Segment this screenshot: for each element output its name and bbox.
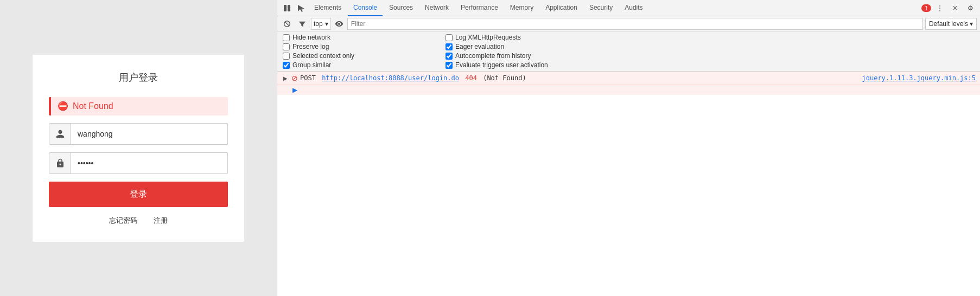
svg-marker-2 <box>298 5 304 12</box>
option-hide-network[interactable]: Hide network <box>283 34 446 41</box>
log-xhr-checkbox[interactable] <box>446 34 453 41</box>
lock-icon <box>49 153 71 173</box>
register-link[interactable]: 注册 <box>154 216 168 226</box>
devtools-right-icons: 1 ⋮ ✕ ⚙ <box>921 2 977 15</box>
option-eval-triggers[interactable]: Evaluate triggers user activation <box>446 61 975 69</box>
preserve-log-checkbox[interactable] <box>283 43 290 50</box>
eager-eval-checkbox[interactable] <box>446 43 453 50</box>
options-col-left: Hide network Preserve log Selected conte… <box>283 34 446 69</box>
selected-context-checkbox[interactable] <box>283 53 290 60</box>
tab-application[interactable]: Application <box>540 0 583 16</box>
context-selector[interactable]: top ▾ <box>311 18 331 30</box>
error-count-badge: 1 <box>921 4 931 12</box>
autocomplete-history-checkbox[interactable] <box>446 53 453 60</box>
username-input-group <box>49 123 228 145</box>
svg-rect-0 <box>284 5 287 11</box>
group-similar-checkbox[interactable] <box>283 62 290 69</box>
forgot-password-link[interactable]: 忘记密码 <box>109 216 137 226</box>
tab-network[interactable]: Network <box>419 0 454 16</box>
password-input-group <box>49 152 228 174</box>
console-method: POST <box>300 74 320 82</box>
option-log-xhr[interactable]: Log XMLHttpRequests <box>446 34 975 41</box>
not-found-text: Not Found <box>73 101 113 111</box>
user-icon <box>49 124 71 144</box>
tab-audits[interactable]: Audits <box>619 0 648 16</box>
filter-input[interactable] <box>347 18 923 30</box>
close-devtools-icon[interactable]: ✕ <box>949 2 962 15</box>
dock-icon[interactable] <box>281 2 294 15</box>
more-options-icon[interactable]: ⋮ <box>933 2 946 15</box>
tab-elements[interactable]: Elements <box>309 0 347 16</box>
tab-sources[interactable]: Sources <box>384 0 418 16</box>
console-url-link[interactable]: http://localhost:8088/user/login.do <box>322 74 459 82</box>
eye-icon[interactable] <box>333 18 345 30</box>
devtools-toolbar: top ▾ Default levels ▾ <box>277 16 980 31</box>
option-group-similar[interactable]: Group similar <box>283 61 446 69</box>
expand-triangle-icon[interactable]: ▶ <box>282 75 289 81</box>
error-circle-icon: ⛔ <box>58 102 68 111</box>
option-eager-eval[interactable]: Eager evaluation <box>446 43 975 50</box>
password-input[interactable] <box>71 153 227 173</box>
devtools-panel: Elements Console Sources Network Perform… <box>277 0 980 296</box>
login-title: 用户登录 <box>49 71 228 84</box>
console-arrow-row: ▶ <box>277 85 980 95</box>
settings-icon[interactable]: ⚙ <box>964 2 977 15</box>
console-status-code: 404 <box>461 74 481 82</box>
option-preserve-log[interactable]: Preserve log <box>283 43 446 50</box>
left-panel: 用户登录 ⛔ Not Found 登录 忘记密码 注册 <box>0 0 277 296</box>
option-autocomplete-history[interactable]: Autocomplete from history <box>446 52 975 60</box>
console-error-row[interactable]: ▶ ⊘ POST http://localhost:8088/user/logi… <box>277 72 980 85</box>
clear-console-icon[interactable] <box>281 17 294 30</box>
console-source-link[interactable]: jquery.1.11.3.jquery.min.js:5 <box>862 74 976 82</box>
eval-triggers-checkbox[interactable] <box>446 62 453 69</box>
username-input[interactable] <box>71 124 227 144</box>
not-found-box: ⛔ Not Found <box>49 97 228 115</box>
console-expand-arrow[interactable]: ▶ <box>292 86 297 94</box>
login-button[interactable]: 登录 <box>49 182 228 207</box>
login-card: 用户登录 ⛔ Not Found 登录 忘记密码 注册 <box>33 55 244 242</box>
devtools-tabs-bar: Elements Console Sources Network Perform… <box>277 0 980 16</box>
option-selected-context[interactable]: Selected context only <box>283 52 446 60</box>
filter-icon[interactable] <box>296 17 309 30</box>
tab-security[interactable]: Security <box>584 0 618 16</box>
cursor-icon[interactable] <box>295 2 308 15</box>
tab-performance[interactable]: Performance <box>455 0 504 16</box>
svg-rect-1 <box>288 5 290 11</box>
login-links: 忘记密码 注册 <box>49 216 228 226</box>
devtools-content: ▶ ⊘ POST http://localhost:8088/user/logi… <box>277 72 980 296</box>
console-status-text: (Not Found) <box>483 74 526 82</box>
default-levels-button[interactable]: Default levels ▾ <box>925 18 977 30</box>
hide-network-checkbox[interactable] <box>283 34 290 41</box>
svg-line-4 <box>285 22 289 25</box>
devtools-options: Hide network Preserve log Selected conte… <box>277 31 980 72</box>
options-col-right: Log XMLHttpRequests Eager evaluation Aut… <box>446 34 975 69</box>
tab-console[interactable]: Console <box>348 0 383 16</box>
error-circle-icon: ⊘ <box>291 74 298 82</box>
tab-memory[interactable]: Memory <box>505 0 539 16</box>
